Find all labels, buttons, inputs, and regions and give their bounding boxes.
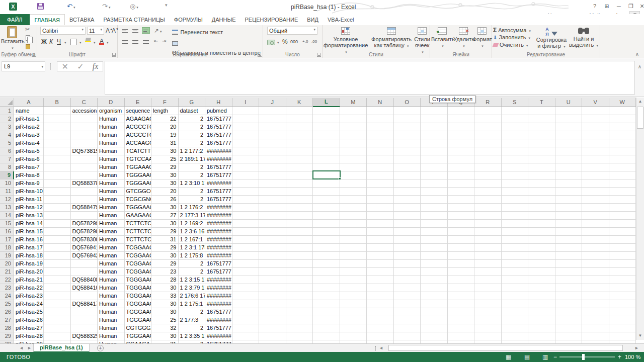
cell-N28[interactable]	[367, 324, 394, 332]
wrap-text-button[interactable]: Перенести текст	[172, 27, 223, 36]
cell-G2[interactable]: 2	[179, 115, 206, 123]
column-header-R[interactable]: R	[474, 98, 502, 107]
cell-O6[interactable]	[394, 147, 421, 155]
row-header-29[interactable]: 29	[0, 332, 14, 340]
cell-R9[interactable]	[474, 171, 502, 179]
cell-K21[interactable]	[286, 268, 313, 276]
row-header-1[interactable]: 1	[0, 107, 14, 115]
decrease-indent-icon[interactable]: ⇤	[154, 38, 158, 44]
column-header-M[interactable]: M	[340, 98, 367, 107]
cell-Q21[interactable]	[448, 268, 475, 276]
cell-V26[interactable]	[582, 308, 609, 316]
cell-J20[interactable]	[259, 260, 286, 268]
cell-N12[interactable]	[367, 196, 394, 204]
cell-M9[interactable]	[340, 171, 367, 179]
cell-T1[interactable]	[528, 107, 555, 115]
cell-S26[interactable]	[502, 308, 529, 316]
column-header-A[interactable]: A	[14, 98, 44, 107]
cell-C17[interactable]: DQ578300	[71, 236, 98, 244]
cell-S1[interactable]	[502, 107, 529, 115]
cell-B11[interactable]	[44, 188, 71, 196]
page-layout-view-icon[interactable]: ▤	[524, 353, 530, 360]
cell-V7[interactable]	[582, 155, 609, 163]
cell-D9[interactable]: Human	[98, 171, 125, 179]
cell-B6[interactable]	[44, 147, 71, 155]
cell-B8[interactable]	[44, 163, 71, 171]
cell-P3[interactable]	[421, 123, 448, 131]
cell-G7[interactable]: 2 169:1 17	[179, 155, 206, 163]
cell-D13[interactable]: Human	[98, 204, 125, 212]
cell-C16[interactable]: DQ578298	[71, 228, 98, 236]
font-dialog-launcher-icon[interactable]	[112, 53, 116, 57]
cell-P16[interactable]	[421, 228, 448, 236]
vertical-scroll-thumb[interactable]	[637, 107, 643, 129]
cell-O15[interactable]	[394, 220, 421, 228]
cell-C21[interactable]	[71, 268, 98, 276]
cell-G28[interactable]: 2	[179, 324, 206, 332]
row-header-26[interactable]: 26	[0, 308, 14, 316]
cell-W20[interactable]	[609, 260, 636, 268]
cell-R7[interactable]	[474, 155, 502, 163]
cell-G4[interactable]: 2	[179, 131, 206, 139]
cell-A4[interactable]: piR-hsa-3	[14, 131, 44, 139]
cell-O13[interactable]	[394, 204, 421, 212]
scrollbar-splitter[interactable]	[375, 346, 376, 351]
cell-U24[interactable]	[555, 292, 583, 300]
cell-S28[interactable]	[502, 324, 529, 332]
cell-S20[interactable]	[502, 260, 529, 268]
cell-L19[interactable]	[313, 252, 340, 260]
cell-L4[interactable]	[313, 131, 340, 139]
fill-button[interactable]: ⬇ Заполнить ▾	[493, 34, 530, 40]
cell-I13[interactable]	[232, 204, 260, 212]
cell-D22[interactable]: Human	[98, 276, 125, 284]
cell-S4[interactable]	[502, 131, 529, 139]
cell-D11[interactable]: Human	[98, 188, 125, 196]
cell-N7[interactable]	[367, 155, 394, 163]
cell-T2[interactable]	[528, 115, 555, 123]
cell-G23[interactable]: 1 2 3:79 17	[179, 284, 206, 292]
row-header-4[interactable]: 4	[0, 131, 14, 139]
cell-D5[interactable]: Human	[98, 139, 125, 147]
cell-V3[interactable]	[582, 123, 609, 131]
cell-F5[interactable]: 31	[151, 139, 179, 147]
cell-M3[interactable]	[340, 123, 367, 131]
cell-M6[interactable]	[340, 147, 367, 155]
cell-I9[interactable]	[232, 171, 260, 179]
ribbon-display-options-icon[interactable]: ⊞	[602, 2, 612, 10]
cell-I4[interactable]	[232, 131, 260, 139]
cell-U2[interactable]	[555, 115, 583, 123]
new-sheet-icon[interactable]: +	[97, 345, 104, 351]
cell-U13[interactable]	[555, 204, 583, 212]
row-header-20[interactable]: 20	[0, 260, 14, 268]
cell-K1[interactable]	[286, 107, 313, 115]
cell-S2[interactable]	[502, 115, 529, 123]
fill-color-dropdown-icon[interactable]: ▾	[94, 41, 96, 45]
cell-A20[interactable]: piR-hsa-19	[14, 260, 44, 268]
cell-G24[interactable]: 2 176:6 17	[179, 292, 206, 300]
cell-V14[interactable]	[582, 212, 609, 220]
cell-S5[interactable]	[502, 139, 529, 147]
cell-K14[interactable]	[286, 212, 313, 220]
cell-A17[interactable]: piR-hsa-16	[14, 236, 44, 244]
cell-C11[interactable]	[71, 188, 98, 196]
cell-S9[interactable]	[502, 171, 529, 179]
cell-D29[interactable]: Human	[98, 332, 125, 340]
cell-B22[interactable]	[44, 276, 71, 284]
cell-O29[interactable]	[394, 332, 421, 340]
cell-L2[interactable]	[313, 115, 340, 123]
scroll-right-icon[interactable]: ►	[634, 345, 639, 350]
cell-U20[interactable]	[555, 260, 583, 268]
cell-U26[interactable]	[555, 308, 583, 316]
cell-T21[interactable]	[528, 268, 555, 276]
collapse-formula-bar-icon[interactable]: ∧	[638, 64, 641, 69]
row-header-24[interactable]: 24	[0, 292, 14, 300]
cell-G6[interactable]: 1 2 177:2	[179, 147, 206, 155]
cell-V19[interactable]	[582, 252, 609, 260]
cell-M15[interactable]	[340, 220, 367, 228]
cell-R21[interactable]	[474, 268, 502, 276]
cell-R13[interactable]	[474, 204, 502, 212]
cell-D1[interactable]: organism	[98, 107, 125, 115]
cell-F26[interactable]: 30	[151, 308, 179, 316]
cell-M12[interactable]	[340, 196, 367, 204]
cell-G27[interactable]: 2 177:3	[179, 316, 206, 324]
